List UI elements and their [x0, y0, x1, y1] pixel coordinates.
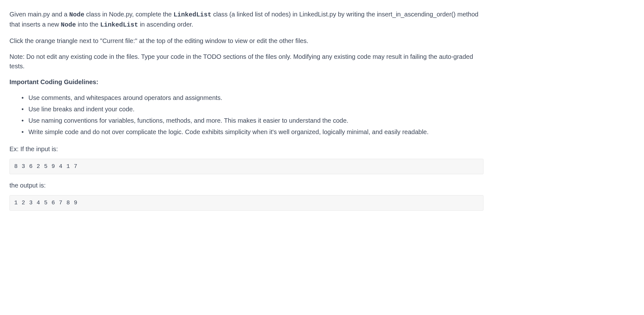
paragraph-note: Note: Do not edit any existing code in t…: [9, 52, 483, 71]
list-item: Write simple code and do not over compli…: [28, 127, 483, 137]
code-linkedlist-1: LinkedList: [173, 11, 211, 18]
example-output-label: the output is:: [9, 181, 483, 190]
list-item: Use comments, and whitespaces around ope…: [28, 93, 483, 102]
paragraph-intro: Given main.py and a Node class in Node.p…: [9, 9, 483, 30]
code-node-2: Node: [61, 21, 76, 28]
example-input-block: 8 3 6 2 5 9 4 1 7: [9, 159, 483, 174]
example-output-block: 1 2 3 4 5 6 7 8 9: [9, 195, 483, 211]
example-input-label: Ex: If the input is:: [9, 144, 483, 154]
text-segment: class in Node.py, complete the: [84, 11, 173, 18]
code-node-1: Node: [69, 11, 84, 18]
document-content: Given main.py and a Node class in Node.p…: [9, 9, 483, 211]
text-segment: Given main.py and a: [9, 11, 69, 18]
text-segment: into the: [76, 21, 100, 28]
guidelines-header: Important Coding Guidelines:: [9, 77, 483, 87]
code-linkedlist-2: LinkedList: [100, 21, 138, 28]
list-item: Use naming conventions for variables, fu…: [28, 116, 483, 125]
text-segment: in ascending order.: [138, 21, 193, 28]
guidelines-list: Use comments, and whitespaces around ope…: [9, 93, 483, 137]
list-item: Use line breaks and indent your code.: [28, 104, 483, 114]
paragraph-instruction: Click the orange triangle next to "Curre…: [9, 36, 483, 46]
